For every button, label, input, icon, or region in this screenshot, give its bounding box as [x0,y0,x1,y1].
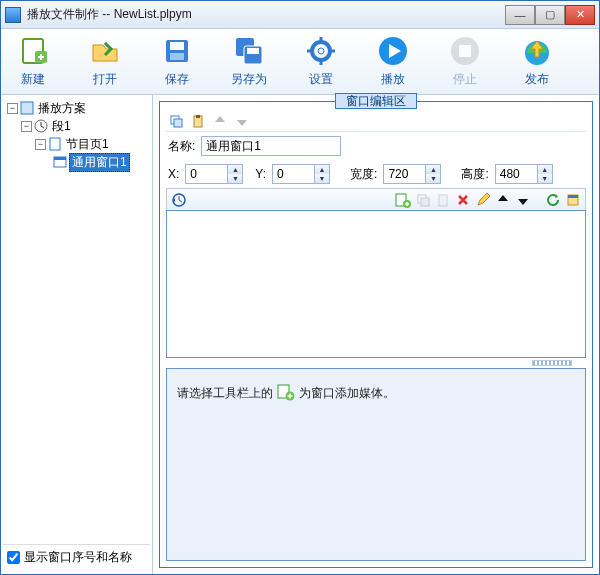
x-label: X: [168,167,179,181]
page-icon [48,137,62,151]
expander-icon[interactable]: − [21,121,32,132]
hint-text-pre: 请选择工具栏上的 [177,383,273,403]
plan-icon [20,101,34,115]
spin-down-icon[interactable]: ▼ [315,174,329,183]
new-file-icon [17,35,49,67]
stop-label: 停止 [453,71,477,88]
save-icon [161,35,193,67]
media-list[interactable] [166,210,586,358]
settings-label: 设置 [309,71,333,88]
tree-segment[interactable]: − 段1 [3,117,150,135]
y-label: Y: [255,167,266,181]
settings-button[interactable]: 设置 [295,35,347,88]
tree-root-label: 播放方案 [36,100,88,117]
saveas-button[interactable]: 另存为 [223,35,275,88]
x-stepper[interactable]: ▲▼ [185,164,243,184]
svg-point-9 [318,48,324,54]
splitter[interactable] [166,358,586,368]
new-button[interactable]: 新建 [7,35,59,88]
refresh-icon[interactable] [545,192,561,208]
left-pane: − 播放方案 − 段1 − 节目页1 通用窗口1 [1,95,153,574]
paste-icon[interactable] [190,113,206,129]
copy-icon[interactable] [168,113,184,129]
spin-up-icon[interactable]: ▲ [315,165,329,174]
window-title: 播放文件制作 -- NewList.plpym [27,6,505,23]
publish-button[interactable]: 发布 [511,35,563,88]
svg-rect-3 [170,42,184,50]
main-body: − 播放方案 − 段1 − 节目页1 通用窗口1 [1,95,599,574]
item-down-icon[interactable] [515,192,531,208]
play-label: 播放 [381,71,405,88]
open-folder-icon [89,35,121,67]
paste-item-icon[interactable] [435,192,451,208]
x-input[interactable] [185,164,227,184]
open-label: 打开 [93,71,117,88]
tree-window[interactable]: 通用窗口1 [3,153,150,171]
width-label: 宽度: [350,166,377,183]
y-stepper[interactable]: ▲▼ [272,164,330,184]
name-label: 名称: [168,138,195,155]
spin-up-icon[interactable]: ▲ [426,165,440,174]
item-up-icon[interactable] [495,192,511,208]
spin-up-icon[interactable]: ▲ [228,165,242,174]
new-label: 新建 [21,71,45,88]
titlebar: 播放文件制作 -- NewList.plpym — ▢ ✕ [1,1,599,29]
tree-page-label: 节目页1 [64,136,111,153]
tree-root[interactable]: − 播放方案 [3,99,150,117]
editor-groupbox: 窗口编辑区 名称: X: ▲▼ Y: ▲▼ 宽度: ▲ [159,101,593,568]
publish-label: 发布 [525,71,549,88]
tree-segment-label: 段1 [50,118,73,135]
svg-rect-7 [247,48,259,54]
right-pane: 窗口编辑区 名称: X: ▲▼ Y: ▲▼ 宽度: ▲ [153,95,599,574]
tree-page[interactable]: − 节目页1 [3,135,150,153]
show-index-checkbox[interactable] [7,551,20,564]
stop-icon [449,35,481,67]
expander-icon[interactable]: − [7,103,18,114]
svg-rect-22 [54,157,66,160]
svg-rect-31 [421,198,429,206]
saveas-label: 另存为 [231,71,267,88]
show-index-label: 显示窗口序号和名称 [24,549,132,566]
tree-view[interactable]: − 播放方案 − 段1 − 节目页1 通用窗口1 [3,99,150,544]
history-icon[interactable] [171,192,187,208]
minimize-button[interactable]: — [505,5,535,25]
play-icon [377,35,409,67]
name-input[interactable] [201,136,341,156]
stop-button[interactable]: 停止 [439,35,491,88]
app-window: 播放文件制作 -- NewList.plpym — ▢ ✕ 新建 打开 保存 另… [0,0,600,575]
width-stepper[interactable]: ▲▼ [383,164,441,184]
maximize-button[interactable]: ▢ [535,5,565,25]
open-button[interactable]: 打开 [79,35,131,88]
height-input[interactable] [495,164,537,184]
svg-rect-4 [170,53,184,60]
move-down-icon[interactable] [234,113,250,129]
show-index-checkbox-row: 显示窗口序号和名称 [3,544,150,570]
svg-rect-16 [459,45,471,57]
mini-toolbar [166,110,586,132]
delete-icon[interactable] [455,192,471,208]
y-input[interactable] [272,164,314,184]
edit-icon[interactable] [475,192,491,208]
hint-text-post: 为窗口添加媒体。 [299,383,395,403]
properties-icon[interactable] [565,192,581,208]
spin-down-icon[interactable]: ▼ [538,174,552,183]
save-button[interactable]: 保存 [151,35,203,88]
spin-down-icon[interactable]: ▼ [426,174,440,183]
height-stepper[interactable]: ▲▼ [495,164,553,184]
expander-icon[interactable]: − [35,139,46,150]
gear-icon [305,35,337,67]
width-input[interactable] [383,164,425,184]
hint-panel: 请选择工具栏上的 为窗口添加媒体。 [166,368,586,561]
save-label: 保存 [165,71,189,88]
spin-down-icon[interactable]: ▼ [228,174,242,183]
move-up-icon[interactable] [212,113,228,129]
name-row: 名称: [166,132,586,160]
spin-up-icon[interactable]: ▲ [538,165,552,174]
close-button[interactable]: ✕ [565,5,595,25]
play-button[interactable]: 播放 [367,35,419,88]
saveas-icon [233,35,265,67]
add-media-icon[interactable] [395,192,411,208]
main-toolbar: 新建 打开 保存 另存为 设置 播放 停止 发布 [1,29,599,95]
groupbox-title: 窗口编辑区 [335,93,417,109]
copy-item-icon[interactable] [415,192,431,208]
